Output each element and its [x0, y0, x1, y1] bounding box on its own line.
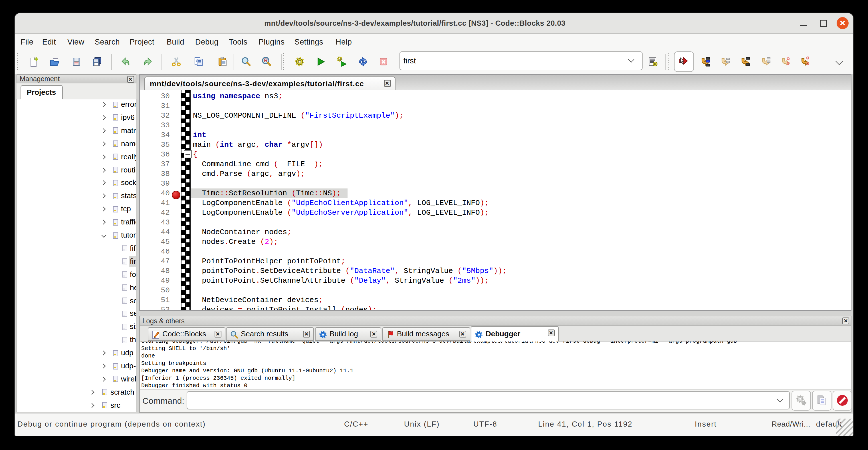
- svg-text:R: R: [264, 58, 267, 63]
